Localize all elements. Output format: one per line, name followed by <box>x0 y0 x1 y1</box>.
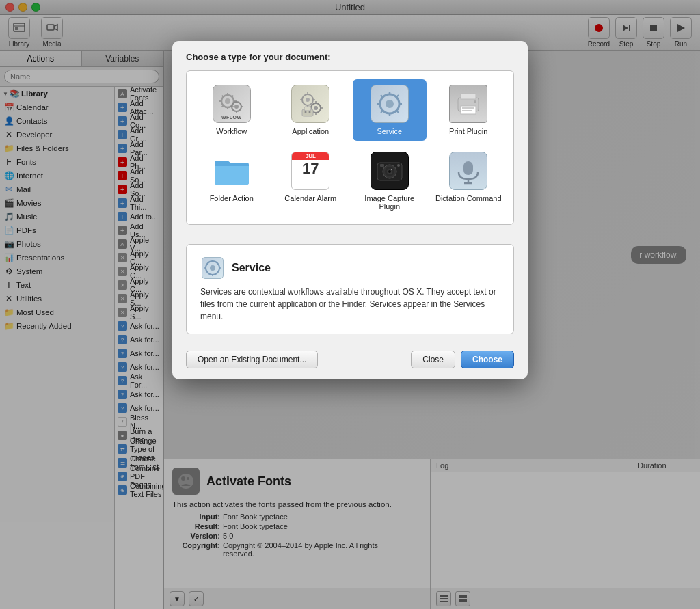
svg-point-73 <box>397 164 400 167</box>
svg-point-29 <box>234 105 239 109</box>
doc-type-calendar-alarm[interactable]: JUL 17 Calendar Alarm <box>274 146 348 216</box>
doc-type-print-plugin[interactable]: Print Plugin <box>432 79 506 141</box>
svg-point-48 <box>305 111 307 113</box>
svg-point-70 <box>388 170 391 173</box>
workflow-icon: WFLOW <box>213 85 251 123</box>
svg-rect-63 <box>462 107 474 109</box>
print-plugin-icon <box>449 85 487 123</box>
image-capture-label: Image Capture Plugin <box>355 194 424 211</box>
svg-rect-64 <box>462 110 472 111</box>
svg-point-65 <box>474 100 476 103</box>
modal-overlay: Choose a type for your document: <box>0 0 700 609</box>
dictation-icon <box>449 152 487 190</box>
doc-type-folder-action[interactable]: Folder Action <box>195 146 269 216</box>
svg-point-49 <box>309 111 311 113</box>
application-label: Application <box>292 127 329 135</box>
image-capture-icon <box>371 152 409 190</box>
svg-point-78 <box>210 265 215 271</box>
modal-title: Choose a type for your document: <box>186 52 514 62</box>
doc-type-image-capture[interactable]: Image Capture Plugin <box>353 146 427 216</box>
doc-type-application[interactable]: Application <box>274 79 348 141</box>
svg-rect-47 <box>304 107 311 111</box>
dictation-label: Dictation Command <box>435 194 502 202</box>
doc-type-grid: WFLOW Workflow <box>186 70 514 225</box>
modal-buttons: Open an Existing Document... Close Choos… <box>172 342 528 379</box>
svg-point-71 <box>391 169 392 170</box>
svg-point-19 <box>225 98 230 104</box>
workflow-label: Workflow <box>216 127 247 135</box>
modal-info-desc: Services are contextual workflows availa… <box>200 286 500 323</box>
close-button[interactable]: Close <box>411 351 455 368</box>
calendar-alarm-icon: JUL 17 <box>291 152 329 190</box>
modal-info-box: Service Services are contextual workflow… <box>186 244 514 334</box>
choose-button[interactable]: Choose <box>461 351 514 368</box>
service-icon <box>371 85 409 123</box>
modal-btn-group: Close Choose <box>411 351 514 368</box>
svg-point-35 <box>306 98 310 102</box>
print-plugin-label: Print Plugin <box>449 127 487 135</box>
svg-rect-74 <box>463 161 473 175</box>
svg-line-56 <box>381 95 383 97</box>
choose-type-modal: Choose a type for your document: <box>172 41 528 379</box>
service-label: Service <box>377 127 402 135</box>
modal-info-header: Service <box>200 256 500 280</box>
modal-info-title: Service <box>232 262 271 274</box>
svg-line-59 <box>396 95 399 97</box>
doc-type-service[interactable]: Service <box>353 79 427 141</box>
svg-rect-61 <box>461 94 476 99</box>
modal-top: Choose a type for your document: <box>172 41 528 236</box>
svg-point-51 <box>386 100 394 108</box>
doc-type-dictation[interactable]: Dictation Command <box>432 146 506 216</box>
folder-action-icon <box>213 152 251 190</box>
svg-line-58 <box>381 111 383 113</box>
folder-action-label: Folder Action <box>210 194 254 202</box>
open-existing-button[interactable]: Open an Existing Document... <box>186 351 318 368</box>
modal-service-icon <box>200 256 225 280</box>
application-icon <box>291 85 329 123</box>
doc-type-workflow[interactable]: WFLOW Workflow <box>195 79 269 141</box>
svg-point-41 <box>314 106 318 110</box>
calendar-alarm-label: Calendar Alarm <box>284 194 336 202</box>
svg-line-57 <box>396 111 399 113</box>
svg-rect-72 <box>380 164 384 167</box>
